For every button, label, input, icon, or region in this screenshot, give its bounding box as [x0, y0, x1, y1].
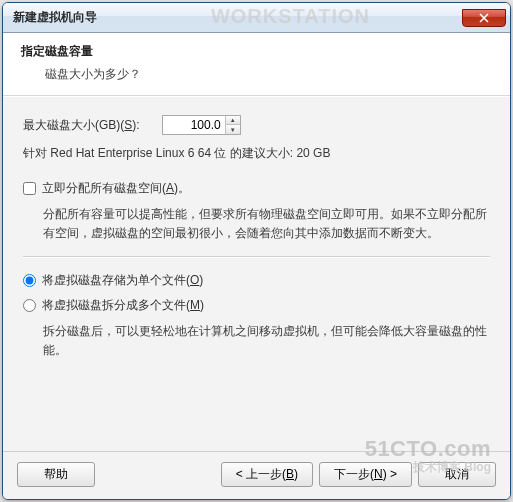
single-file-radio[interactable]	[23, 274, 36, 287]
back-button[interactable]: < 上一步(B)	[221, 462, 313, 487]
spinner-buttons: ▲ ▼	[225, 116, 240, 134]
allocate-checkbox[interactable]	[23, 182, 36, 195]
cancel-button[interactable]: 取消	[418, 462, 496, 487]
allocate-checkbox-row: 立即分配所有磁盘空间(A)。	[23, 180, 490, 197]
close-button[interactable]	[462, 9, 506, 27]
split-file-radio[interactable]	[23, 299, 36, 312]
spin-down-button[interactable]: ▼	[226, 125, 240, 134]
disk-size-spinner[interactable]: ▲ ▼	[162, 115, 241, 135]
brand-ghost: WORKSTATION	[211, 5, 370, 28]
allocate-label[interactable]: 立即分配所有磁盘空间(A)。	[42, 180, 190, 197]
wizard-window: 新建虚拟机向导 WORKSTATION 指定磁盘容量 磁盘大小为多少？ 最大磁盘…	[2, 2, 511, 500]
disk-recommend-text: 针对 Red Hat Enterprise Linux 6 64 位 的建议大小…	[23, 145, 490, 162]
disk-size-label: 最大磁盘大小(GB)(S):	[23, 117, 140, 134]
allocate-desc: 分配所有容量可以提高性能，但要求所有物理磁盘空间立即可用。如果不立即分配所有空间…	[43, 205, 490, 242]
help-button[interactable]: 帮助	[17, 462, 95, 487]
single-file-label[interactable]: 将虚拟磁盘存储为单个文件(O)	[42, 272, 203, 289]
split-file-label[interactable]: 将虚拟磁盘拆分成多个文件(M)	[42, 297, 204, 314]
single-file-row: 将虚拟磁盘存储为单个文件(O)	[23, 272, 490, 289]
footer-buttons: 帮助 < 上一步(B) 下一步(N) > 取消	[3, 451, 510, 499]
disk-size-row: 最大磁盘大小(GB)(S): ▲ ▼	[23, 115, 490, 135]
next-button[interactable]: 下一步(N) >	[319, 462, 412, 487]
window-title: 新建虚拟机向导	[13, 9, 97, 26]
spin-up-button[interactable]: ▲	[226, 116, 240, 125]
split-desc: 拆分磁盘后，可以更轻松地在计算机之间移动虚拟机，但可能会降低大容量磁盘的性能。	[43, 322, 490, 359]
disk-size-input[interactable]	[163, 116, 225, 134]
title-bar: 新建虚拟机向导 WORKSTATION	[3, 3, 510, 33]
page-heading: 指定磁盘容量	[21, 43, 492, 60]
separator	[23, 256, 490, 258]
content-area: 最大磁盘大小(GB)(S): ▲ ▼ 针对 Red Hat Enterprise…	[3, 96, 510, 451]
page-subheading: 磁盘大小为多少？	[45, 66, 492, 83]
header-section: 指定磁盘容量 磁盘大小为多少？	[3, 33, 510, 96]
close-icon	[479, 13, 489, 23]
split-file-row: 将虚拟磁盘拆分成多个文件(M)	[23, 297, 490, 314]
